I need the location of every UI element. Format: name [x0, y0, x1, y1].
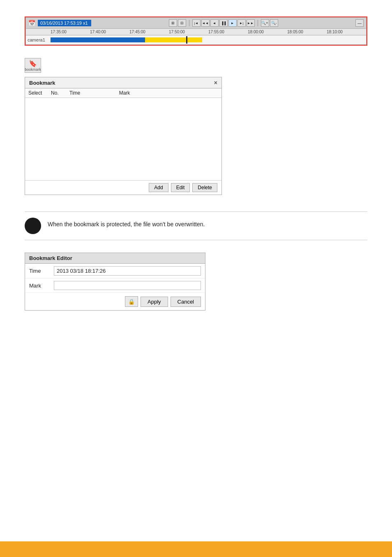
tick-2: 17:45:00 [129, 30, 169, 34]
track-bar-area[interactable] [51, 37, 366, 42]
bookmark-panel-close-button[interactable]: × [214, 79, 217, 86]
layout-buttons: ⊞ ⊟ [169, 19, 186, 27]
bookmark-add-button[interactable]: Add [149, 183, 168, 192]
pause-button[interactable]: ▐▐ [219, 19, 228, 27]
col-no: No. [51, 90, 69, 96]
col-time: Time [69, 90, 119, 96]
calendar-icon: 📅 [28, 20, 35, 26]
bookmark-table-header: Select No. Time Mark [25, 88, 221, 98]
goto-start-button[interactable]: |◄ [192, 19, 201, 27]
col-select: Select [28, 90, 51, 96]
bookmark-editor-mark-row: Mark [25, 278, 205, 293]
tick-5: 18:00:00 [248, 30, 287, 34]
apply-button[interactable]: Apply [141, 297, 168, 307]
mark-label: Mark [29, 283, 54, 289]
track-segment-blue [51, 37, 145, 42]
bottom-bar [0, 541, 392, 557]
protect-icon: 🔒 [128, 299, 135, 305]
bookmark-footer: Add Edit Delete [25, 180, 221, 195]
bookmark-table-body [25, 98, 221, 180]
rewind-button[interactable]: ◄◄ [201, 19, 210, 27]
bookmark-delete-button[interactable]: Delete [192, 183, 217, 192]
bookmark-panel-header: Bookmark × [25, 77, 221, 88]
time-label: Time [29, 268, 54, 274]
fast-forward-button[interactable]: ►► [247, 19, 255, 27]
note-section: When the bookmark is protected, the file… [25, 211, 367, 240]
cancel-button[interactable]: Cancel [171, 297, 201, 307]
protect-icon-button[interactable]: 🔒 [125, 296, 138, 307]
bookmark-editor: Bookmark Editor Time 2013 03/18 18:17:26… [25, 253, 205, 311]
bookmark-btn-area: 🔖 bookmark [25, 58, 367, 73]
bookmark-editor-time-row: Time 2013 03/18 18:17:26 [25, 264, 205, 278]
tick-7: 18:10:00 [327, 30, 366, 34]
col-mark: Mark [119, 90, 218, 96]
bookmark-editor-footer: 🔒 Apply Cancel [25, 293, 205, 310]
zoom-out-button[interactable]: 🔍- [270, 19, 278, 27]
camera-track-row: camera1 [26, 35, 366, 44]
bookmark-panel: Bookmark × Select No. Time Mark Add Edit… [25, 77, 222, 195]
track-playhead [186, 36, 187, 44]
bookmark-editor-header: Bookmark Editor [25, 253, 205, 264]
tick-6: 18:05:00 [287, 30, 327, 34]
time-value: 2013 03/18 18:17:26 [54, 266, 201, 276]
tick-1: 17:40:00 [90, 30, 129, 34]
mark-input[interactable] [54, 281, 201, 290]
note-icon [25, 218, 41, 234]
bookmark-icon: 🔖 [29, 60, 37, 67]
tick-3: 17:50:00 [169, 30, 208, 34]
timeline-ruler: 17:35:00 17:40:00 17:45:00 17:50:00 17:5… [26, 29, 366, 35]
zoom-in-button[interactable]: 🔍+ [261, 19, 269, 27]
transport-buttons: |◄ ◄◄ ◄ ▐▐ ► ►| ►► [192, 19, 255, 27]
note-text: When the bookmark is protected, the file… [48, 218, 205, 227]
zoom-buttons: 🔍+ 🔍- [261, 19, 278, 27]
minimize-button[interactable]: — [355, 19, 364, 27]
player-toolbar: 📅 03/16/2013 17:53:19 x1 ⊞ ⊟ |◄ ◄◄ ◄ ▐▐ … [25, 17, 367, 29]
bookmark-edit-button[interactable]: Edit [171, 183, 190, 192]
track-segment-yellow [145, 37, 202, 42]
step-back-button[interactable]: ◄ [210, 19, 219, 27]
bookmark-btn-label: bookmark [25, 67, 41, 72]
layout-btn-1[interactable]: ⊞ [169, 19, 177, 27]
layout-btn-2[interactable]: ⊟ [178, 19, 186, 27]
timeline-container: 17:35:00 17:40:00 17:45:00 17:50:00 17:5… [25, 29, 367, 45]
datetime-display: 03/16/2013 17:53:19 x1 [38, 20, 91, 26]
bookmark-icon-button[interactable]: 🔖 bookmark [25, 58, 41, 73]
camera-label: camera1 [26, 37, 51, 42]
play-button[interactable]: ► [228, 19, 237, 27]
bookmark-panel-title: Bookmark [29, 80, 55, 86]
tick-0: 17:35:00 [51, 30, 90, 34]
player-section: 📅 03/16/2013 17:53:19 x1 ⊞ ⊟ |◄ ◄◄ ◄ ▐▐ … [25, 16, 367, 46]
step-forward-button[interactable]: ►| [238, 19, 246, 27]
tick-4: 17:55:00 [208, 30, 248, 34]
